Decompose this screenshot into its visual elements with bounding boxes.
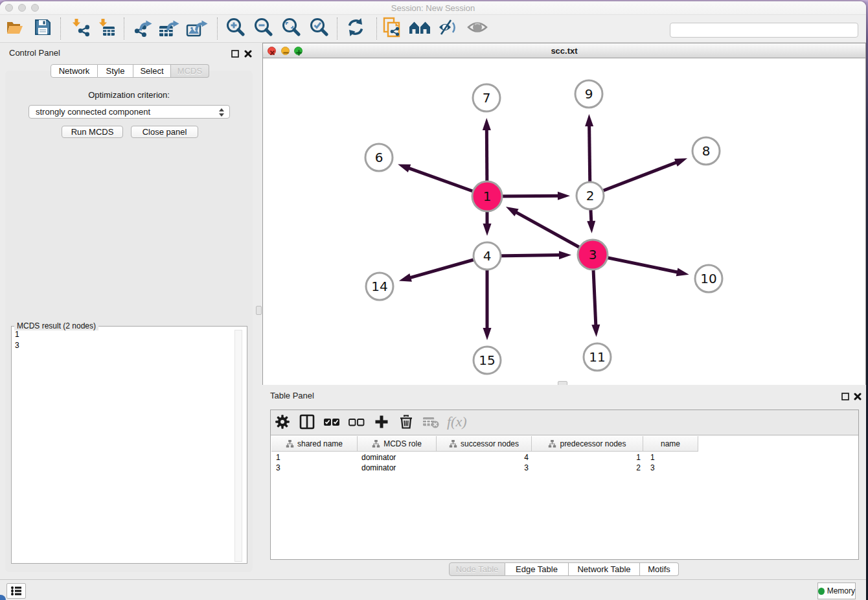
- edge-arrow-4-3: [559, 251, 571, 259]
- status-bar: Memory: [0, 579, 866, 600]
- edge-arrow-4-14: [399, 273, 412, 282]
- control-panel-float-icon[interactable]: [231, 49, 239, 60]
- zoom-in-icon: [225, 17, 245, 40]
- zoom-fit-icon: [281, 17, 301, 40]
- tab-network[interactable]: Network: [51, 64, 98, 78]
- tab-node-table[interactable]: Node Table: [449, 562, 505, 576]
- add-column-button[interactable]: [371, 413, 392, 433]
- export-network-button[interactable]: [131, 18, 154, 39]
- column-header-name[interactable]: name: [643, 436, 698, 452]
- select-all-icon: [323, 414, 340, 432]
- select-all-button[interactable]: [321, 413, 342, 433]
- network-window-titlebar[interactable]: scc.txt: [263, 43, 865, 58]
- graph-node-label-10: 10: [700, 271, 716, 286]
- memory-status-icon: [818, 588, 825, 595]
- hide-selected-icon: [437, 17, 458, 40]
- window-titlebar: Session: New Session: [0, 1, 866, 15]
- column-header-shared-name[interactable]: shared name: [271, 436, 358, 452]
- open-session-button[interactable]: [3, 18, 25, 39]
- column-header-MCDS-role[interactable]: MCDS role: [358, 436, 437, 452]
- control-panel-tabs: NetworkStyleSelectMCDS: [51, 64, 209, 78]
- graph-node-label-1: 1: [483, 189, 492, 204]
- memory-button[interactable]: Memory: [817, 583, 856, 599]
- cell-MCDS-role: dominator: [361, 463, 396, 472]
- node-table-container: f(x) shared name MCDS role successor nod…: [270, 410, 859, 560]
- tab-motifs[interactable]: Motifs: [640, 562, 679, 576]
- table-panel-close-icon[interactable]: [854, 391, 862, 403]
- run-mcds-button[interactable]: Run MCDS: [62, 126, 123, 138]
- edge-arrow-4-15: [483, 328, 492, 340]
- duplicate-network-button[interactable]: [382, 18, 404, 39]
- mcds-result-title: MCDS result (2 nodes): [14, 321, 98, 330]
- delete-column-icon: [398, 414, 414, 432]
- mcds-result-list[interactable]: 1 3: [15, 329, 19, 351]
- deselect-all-button[interactable]: [346, 413, 367, 433]
- edge-arrow-1-4: [483, 224, 492, 236]
- cell-MCDS-role: dominator: [361, 453, 396, 462]
- split-columns-button[interactable]: [297, 413, 317, 433]
- toolbar-separator: [60, 17, 61, 40]
- edge-arrow-1-7: [483, 118, 491, 130]
- import-network-button[interactable]: [69, 18, 91, 39]
- tab-edge-table[interactable]: Edge Table: [505, 562, 569, 576]
- tab-mcds[interactable]: MCDS: [171, 64, 209, 78]
- refresh-icon: [346, 17, 365, 40]
- settings-button[interactable]: [272, 413, 293, 433]
- graph-node-label-14: 14: [371, 279, 387, 294]
- control-panel-close-icon[interactable]: [244, 49, 252, 60]
- tab-network-table[interactable]: Network Table: [569, 562, 640, 576]
- table-panel: Table Panel f(x) shared name: [262, 385, 866, 579]
- save-session-button[interactable]: [32, 18, 54, 39]
- table-row-1[interactable]: 1dominator411: [271, 452, 858, 463]
- control-panel: Control Panel Optimization criterion: st…: [0, 43, 255, 579]
- main-toolbar: [0, 15, 866, 43]
- cell-name: 1: [650, 453, 655, 462]
- shared-column-icon: [372, 440, 380, 448]
- tab-select[interactable]: Select: [133, 64, 171, 78]
- zoom-in-button[interactable]: [224, 18, 246, 39]
- column-header-predecessor-nodes[interactable]: predecessor nodes: [532, 436, 643, 452]
- task-history-button[interactable]: [6, 583, 26, 599]
- graph-node-label-2: 2: [586, 188, 595, 203]
- show-graphics-details-icon: [466, 17, 488, 40]
- table-row-3[interactable]: 3dominator323: [271, 463, 858, 473]
- save-session-icon: [33, 17, 52, 40]
- function-builder-button: f(x): [449, 413, 470, 433]
- delete-table-icon: [422, 415, 439, 432]
- close-panel-button[interactable]: Close panel: [131, 126, 198, 138]
- search-input[interactable]: [670, 23, 858, 38]
- first-neighbors-button[interactable]: [409, 18, 431, 39]
- table-panel-title: Table Panel: [270, 391, 314, 400]
- zoom-out-icon: [253, 17, 273, 40]
- mcds-result-scrollbar[interactable]: [234, 330, 242, 562]
- shared-column-icon: [548, 440, 556, 448]
- zoom-out-button[interactable]: [252, 18, 274, 39]
- table-panel-float-icon[interactable]: [841, 391, 849, 403]
- delete-column-button[interactable]: [396, 413, 417, 433]
- svg-text:f(x): f(x): [447, 413, 467, 430]
- optimization-criterion-select[interactable]: strongly connected component: [29, 105, 230, 119]
- export-image-button[interactable]: [186, 18, 208, 39]
- window-title: Session: New Session: [0, 3, 866, 13]
- import-table-button[interactable]: [96, 18, 118, 39]
- export-network-icon: [132, 17, 153, 40]
- graph-node-label-15: 15: [479, 352, 495, 368]
- cell-predecessor-nodes: 2: [615, 463, 641, 472]
- cell-predecessor-nodes: 1: [615, 453, 641, 462]
- control-panel-title: Control Panel: [9, 48, 60, 58]
- refresh-button[interactable]: [345, 18, 367, 39]
- network-view-window: scc.txt 1234678910111415: [262, 43, 866, 385]
- network-graph-canvas[interactable]: 1234678910111415: [263, 59, 865, 385]
- tab-style[interactable]: Style: [98, 64, 133, 78]
- column-header-successor-nodes[interactable]: successor nodes: [437, 436, 532, 452]
- add-column-icon: [374, 414, 389, 432]
- cell-successor-nodes: 4: [503, 453, 529, 462]
- show-graphics-details-button[interactable]: [466, 18, 488, 39]
- zoom-selected-button[interactable]: [308, 18, 330, 39]
- zoom-fit-button[interactable]: [280, 18, 302, 39]
- hide-selected-button[interactable]: [437, 18, 459, 39]
- export-table-button[interactable]: [158, 18, 180, 39]
- vertical-splitter-grip[interactable]: [256, 306, 262, 315]
- edge-arrow-2-8: [674, 158, 687, 167]
- network-window-title: scc.txt: [263, 46, 865, 56]
